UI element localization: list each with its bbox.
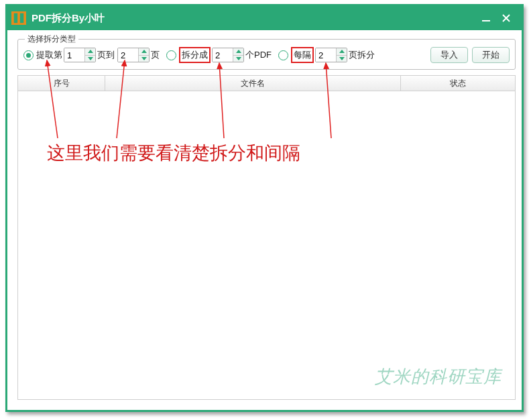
app-icon [11, 11, 26, 25]
col-status[interactable]: 状态 [401, 76, 515, 91]
spin-up-icon[interactable] [337, 48, 347, 56]
col-index[interactable]: 序号 [18, 76, 105, 91]
spin-up-icon[interactable] [139, 48, 149, 56]
table-header: 序号 文件名 状态 [17, 75, 516, 91]
options-row: 提取第 页到 页 [23, 46, 510, 64]
opt2-label: 拆分成 [179, 47, 211, 63]
svg-rect-1 [23, 11, 26, 25]
spin-down-icon[interactable] [337, 56, 347, 62]
spin-down-icon[interactable] [85, 56, 95, 62]
radio-extract-range[interactable] [23, 50, 34, 60]
radio-every-n[interactable] [278, 50, 288, 60]
titlebar: PDF拆分By小叶 [7, 6, 522, 30]
spin-down-icon[interactable] [139, 56, 149, 62]
annotation-text: 这里我们需要看清楚拆分和间隔 [47, 141, 300, 165]
spin-up-icon[interactable] [233, 48, 243, 56]
page-from-spinner[interactable] [64, 48, 96, 62]
minimize-button[interactable] [476, 8, 496, 28]
opt3-tail: 页拆分 [349, 49, 375, 61]
spin-up-icon[interactable] [85, 48, 95, 56]
client-area: 选择拆分类型 提取第 页到 [9, 32, 520, 408]
spin-down-icon[interactable] [233, 56, 243, 62]
watermark-text: 艾米的科研宝库 [375, 365, 502, 388]
window-title: PDF拆分By小叶 [32, 12, 105, 25]
split-count-input[interactable] [213, 48, 233, 62]
import-button[interactable]: 导入 [430, 47, 468, 63]
page-to-input[interactable] [118, 48, 138, 62]
col-filename[interactable]: 文件名 [105, 76, 401, 91]
app-window: PDF拆分By小叶 选择拆分类型 提取第 页到 [5, 4, 524, 412]
svg-rect-0 [11, 11, 14, 25]
svg-rect-4 [17, 11, 20, 25]
svg-rect-5 [482, 20, 490, 21]
page-from-input[interactable] [64, 48, 84, 62]
split-type-group: 选择拆分类型 提取第 页到 [17, 39, 516, 70]
split-count-spinner[interactable] [212, 48, 244, 62]
opt2-tail: 个PDF [245, 49, 272, 61]
interval-input[interactable] [316, 48, 336, 62]
file-list[interactable]: 艾米的科研宝库 [17, 91, 516, 400]
radio-split-into[interactable] [166, 50, 176, 60]
start-button[interactable]: 开始 [472, 47, 510, 63]
opt1-label: 提取第 [36, 49, 62, 61]
opt1-mid: 页到 [97, 49, 115, 61]
group-title: 选择拆分类型 [25, 34, 78, 45]
close-button[interactable] [496, 8, 516, 28]
opt3-label: 每隔 [291, 47, 314, 63]
page-to-spinner[interactable] [117, 48, 150, 62]
interval-spinner[interactable] [315, 48, 347, 62]
opt1-tail: 页 [151, 49, 160, 61]
